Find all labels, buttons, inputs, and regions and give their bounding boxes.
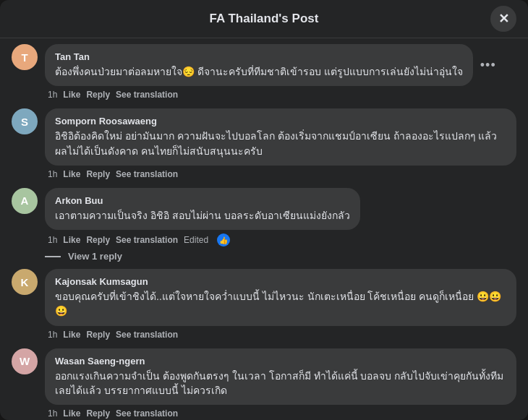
comment-content: Tan Tanต้องพึ่งคนป่วยมาต่อลมหายใจ😔 ดีจาน… [45, 44, 516, 100]
comment-item: TTan Tanต้องพึ่งคนป่วยมาต่อลมหายใจ😔 ดีจา… [12, 44, 516, 100]
modal-container: FA Thailand's Post ✕ TTan Tanต้องพึ่งคนป… [0, 0, 528, 420]
comment-text: ต้องพึ่งคนป่วยมาต่อลมหายใจ😔 ดีจานะครับที… [55, 64, 463, 79]
comment-bubble: Wasan Saeng-ngernออกแรงเกินความจำเป็น ต้… [45, 348, 516, 406]
comment-content: Kajonsak Kumsagunขอบคุณครับที่เข้าชิงได้… [45, 269, 516, 340]
comment-bubble: Kajonsak Kumsagunขอบคุณครับที่เข้าชิงได้… [45, 269, 516, 326]
comment-item: SSomporn Roosawaengอิชิอิต้องคิดใหม่ อย่… [12, 108, 516, 179]
comment-time: 1h [48, 235, 57, 245]
comment-time: 1h [48, 90, 57, 100]
comment-text: อิชิอิต้องคิดใหม่ อย่ามันมาก ความฝันจะไป… [55, 129, 506, 158]
comment-author-name[interactable]: Tan Tan [55, 51, 463, 62]
avatar: K [12, 269, 38, 295]
comment-meta: 1hLikeReplySee translation [45, 169, 516, 179]
comment-text: ขอบคุณครับที่เข้าชิงได้..แต่ใจหายใจคว่ำแ… [55, 289, 506, 319]
comment-bubble: Tan Tanต้องพึ่งคนป่วยมาต่อลมหายใจ😔 ดีจาน… [45, 44, 473, 86]
comment-author-name[interactable]: Kajonsak Kumsagun [55, 276, 506, 287]
action-like[interactable]: Like [63, 235, 80, 245]
comment-content: Wasan Saeng-ngernออกแรงเกินความจำเป็น ต้… [45, 348, 516, 419]
view-replies-button[interactable]: View 1 reply [45, 251, 516, 262]
close-button[interactable]: ✕ [490, 6, 516, 32]
comment-meta: 1hLikeReplySee translation [45, 330, 516, 340]
comment-bubble-wrapper: Somporn Roosawaengอิชิอิต้องคิดใหม่ อย่า… [45, 108, 516, 166]
avatar: S [12, 108, 38, 134]
comment-meta: 1hLikeReplySee translation [45, 90, 516, 100]
avatar: A [12, 188, 38, 214]
comment-text: ออกแรงเกินความจำเป็น ต้องพูดกันตรงๆ ในเว… [55, 369, 506, 398]
action-reply[interactable]: Reply [86, 90, 110, 100]
modal-title: FA Thailand's Post [210, 12, 319, 26]
comment-bubble-wrapper: Tan Tanต้องพึ่งคนป่วยมาต่อลมหายใจ😔 ดีจาน… [45, 44, 516, 86]
edited-label: Edited [184, 235, 208, 245]
action-like[interactable]: Like [63, 90, 80, 100]
modal-header: FA Thailand's Post ✕ [0, 0, 528, 38]
action-see-translation[interactable]: See translation [116, 408, 178, 419]
comment-bubble-wrapper: Wasan Saeng-ngernออกแรงเกินความจำเป็น ต้… [45, 348, 516, 406]
action-see-translation[interactable]: See translation [116, 90, 178, 100]
comment-bubble: Arkon Buuเอาตามความเป็นจริง อิชิอิ สอบไม… [45, 188, 360, 230]
avatar: T [12, 44, 38, 70]
comment-bubble-wrapper: Kajonsak Kumsagunขอบคุณครับที่เข้าชิงได้… [45, 269, 516, 326]
comment-time: 1h [48, 408, 57, 419]
action-see-translation[interactable]: See translation [116, 235, 178, 245]
action-like[interactable]: Like [63, 408, 80, 419]
action-like[interactable]: Like [63, 169, 80, 179]
comment-author-name[interactable]: Wasan Saeng-ngern [55, 356, 506, 367]
action-see-translation[interactable]: See translation [116, 330, 178, 340]
action-like[interactable]: Like [63, 330, 80, 340]
comment-content: Arkon Buuเอาตามความเป็นจริง อิชิอิ สอบไม… [45, 188, 516, 247]
action-see-translation[interactable]: See translation [116, 169, 178, 179]
comment-meta: 1hLikeReplySee translationEdited👍 [45, 233, 516, 247]
comment-bubble-wrapper: Arkon Buuเอาตามความเป็นจริง อิชิอิ สอบไม… [45, 188, 516, 230]
action-reply[interactable]: Reply [86, 169, 110, 179]
comments-list: TTan Tanต้องพึ่งคนป่วยมาต่อลมหายใจ😔 ดีจา… [0, 38, 528, 420]
like-reaction-icon: 👍 [217, 233, 230, 247]
comment-item: WWasan Saeng-ngernออกแรงเกินความจำเป็น ต… [12, 348, 516, 419]
comment-item: AArkon Buuเอาตามความเป็นจริง อิชิอิ สอบไ… [12, 188, 516, 247]
more-options-button[interactable]: ••• [477, 58, 499, 73]
action-reply[interactable]: Reply [86, 330, 110, 340]
comment-item: KKajonsak Kumsagunขอบคุณครับที่เข้าชิงได… [12, 269, 516, 340]
action-reply[interactable]: Reply [86, 235, 110, 245]
comment-time: 1h [48, 169, 57, 179]
comment-time: 1h [48, 330, 57, 340]
avatar: W [12, 348, 38, 374]
comment-author-name[interactable]: Arkon Buu [55, 195, 350, 206]
comment-author-name[interactable]: Somporn Roosawaeng [55, 116, 506, 127]
comment-bubble: Somporn Roosawaengอิชิอิต้องคิดใหม่ อย่า… [45, 108, 516, 166]
comment-content: Somporn Roosawaengอิชิอิต้องคิดใหม่ อย่า… [45, 108, 516, 179]
comment-meta: 1hLikeReplySee translation [45, 408, 516, 419]
comment-text: เอาตามความเป็นจริง อิชิอิ สอบไม่ผ่าน บอล… [55, 208, 350, 223]
action-reply[interactable]: Reply [86, 408, 110, 419]
